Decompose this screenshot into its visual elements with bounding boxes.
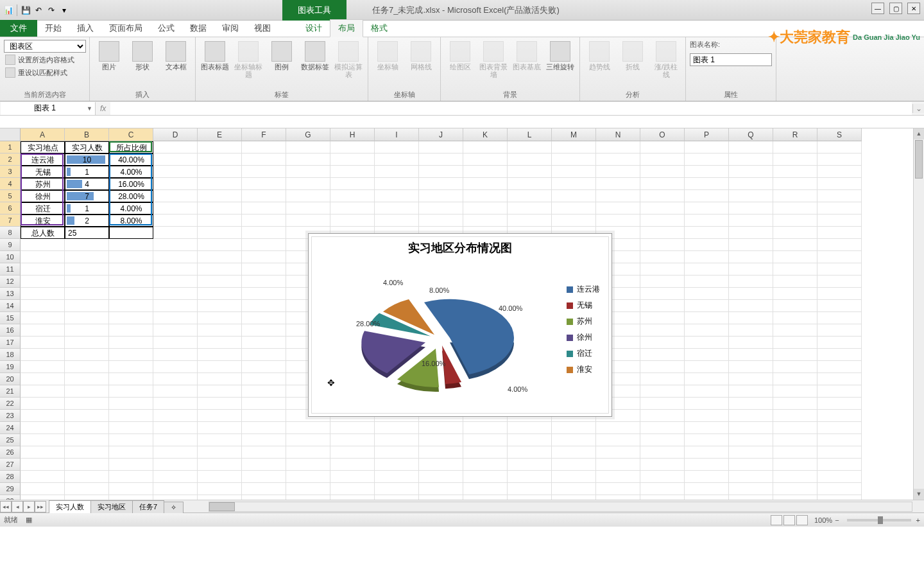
worksheet-grid[interactable]: ABCDEFGHIJKLMNOPQRS 12345678910111213141… [0,128,924,500]
redo-icon[interactable]: ↷ [46,4,57,16]
sheet-nav-next[interactable]: ▸ [23,501,35,512]
shapes-button[interactable]: 形状 [127,40,158,72]
legend-button[interactable]: 图例 [266,40,297,72]
col-header[interactable]: J [419,128,463,141]
tab-view[interactable]: 视图 [246,20,278,37]
undo-icon[interactable]: ↶ [33,4,44,16]
macro-record-icon[interactable]: ▦ [26,516,32,524]
row-header[interactable]: 7 [0,215,21,227]
col-header[interactable]: I [375,128,419,141]
col-header[interactable]: B [65,128,109,141]
row-header[interactable]: 17 [0,337,21,349]
row-headers[interactable]: 1234567891011121314151617181920212223242… [0,141,21,500]
formula-expand-icon[interactable]: ⌄ [912,104,924,113]
col-header[interactable]: O [640,128,685,141]
chart-object[interactable]: 实习地区分布情况图 [308,233,612,417]
row-header[interactable]: 29 [0,483,21,495]
row-header[interactable]: 12 [0,276,21,288]
name-box-dropdown-icon[interactable]: ▼ [87,105,92,112]
maximize-button[interactable]: ▢ [889,3,902,14]
tab-formulas[interactable]: 公式 [150,20,182,37]
sheet-tab[interactable]: 任务7 [132,500,164,513]
sheet-nav-last[interactable]: ▸▸ [35,501,46,512]
col-header[interactable]: R [773,128,817,141]
sheet-nav-prev[interactable]: ◂ [12,501,23,512]
tab-layout[interactable]: 布局 [330,19,363,37]
tab-format[interactable]: 格式 [363,20,395,37]
vertical-scrollbar[interactable]: ▲ ▼ [913,128,924,500]
row-header[interactable]: 24 [0,422,21,434]
col-header[interactable]: E [198,128,242,141]
col-header[interactable]: P [685,128,729,141]
col-header[interactable]: S [817,128,862,141]
chart-legend[interactable]: 连云港 无锡 苏州 徐州 宿迁 淮安 [567,284,600,380]
row-header[interactable]: 11 [0,263,21,276]
row-header[interactable]: 21 [0,385,21,398]
row-header[interactable]: 22 [0,398,21,410]
row-header[interactable]: 9 [0,239,21,251]
qat-more-icon[interactable]: ▾ [58,4,70,16]
row-header[interactable]: 8 [0,227,21,239]
row-header[interactable]: 10 [0,251,21,263]
tab-insert[interactable]: 插入 [69,20,101,37]
scroll-thumb[interactable] [915,140,923,179]
view-page-layout-icon[interactable] [783,515,795,525]
row-header[interactable]: 13 [0,288,21,300]
chart-element-selector[interactable]: 图表区 [4,40,86,53]
row-header[interactable]: 14 [0,300,21,312]
col-header[interactable]: F [242,128,286,141]
horizontal-scrollbar[interactable] [209,502,912,512]
col-header[interactable]: A [21,128,65,141]
tab-page-layout[interactable]: 页面布局 [101,20,150,37]
tab-data[interactable]: 数据 [182,20,214,37]
pie-plot-area[interactable]: 40.00% 4.00% 16.00% 28.00% 4.00% 8.00% [334,265,540,406]
col-header[interactable]: K [463,128,508,141]
file-tab[interactable]: 文件 [0,20,37,37]
select-all-corner[interactable] [0,128,21,141]
row-header[interactable]: 25 [0,434,21,446]
name-box-input[interactable] [3,104,87,113]
chart-title-button[interactable]: 图表标题 [200,40,230,72]
zoom-level[interactable]: 100% [814,516,832,524]
row-header[interactable]: 18 [0,349,21,361]
row-header[interactable]: 23 [0,410,21,422]
row-header[interactable]: 5 [0,190,21,202]
zoom-out-icon[interactable]: − [835,516,839,524]
row-header[interactable]: 27 [0,459,21,471]
row-header[interactable]: 1 [0,141,21,153]
row-header[interactable]: 26 [0,446,21,459]
tab-review[interactable]: 审阅 [214,20,246,37]
fx-icon[interactable]: fx [100,104,106,113]
tab-design[interactable]: 设计 [298,20,330,37]
row-header[interactable]: 2 [0,153,21,166]
col-header[interactable]: D [153,128,198,141]
name-box[interactable]: ▼ [1,102,96,115]
textbox-button[interactable]: 文本框 [160,40,191,72]
zoom-in-icon[interactable]: + [916,516,920,524]
row-header[interactable]: 19 [0,361,21,373]
col-header[interactable]: Q [729,128,773,141]
tab-home[interactable]: 开始 [37,20,69,37]
scroll-up-icon[interactable]: ▲ [914,128,924,139]
col-header[interactable]: N [596,128,640,141]
column-headers[interactable]: ABCDEFGHIJKLMNOPQRS [21,128,862,141]
chart-name-input[interactable] [690,53,772,66]
picture-button[interactable]: 图片 [94,40,124,72]
row-header[interactable]: 30 [0,495,21,500]
format-selection-button[interactable]: 设置所选内容格式 [4,54,76,66]
sheet-nav-first[interactable]: ◂◂ [0,501,12,512]
rotate-3d-button[interactable]: 三维旋转 [545,40,576,72]
save-icon[interactable]: 💾 [20,4,31,16]
col-header[interactable]: C [109,128,153,141]
row-header[interactable]: 15 [0,312,21,324]
row-header[interactable]: 28 [0,471,21,483]
sheet-tab[interactable]: 实习人数 [49,500,91,513]
formula-input[interactable] [110,102,912,115]
close-button[interactable]: ✕ [907,3,920,14]
row-header[interactable]: 6 [0,202,21,215]
reset-style-button[interactable]: 重设以匹配样式 [4,67,69,78]
col-header[interactable]: H [330,128,375,141]
view-normal-icon[interactable] [771,515,782,525]
row-header[interactable]: 3 [0,166,21,178]
minimize-button[interactable]: — [871,3,884,14]
